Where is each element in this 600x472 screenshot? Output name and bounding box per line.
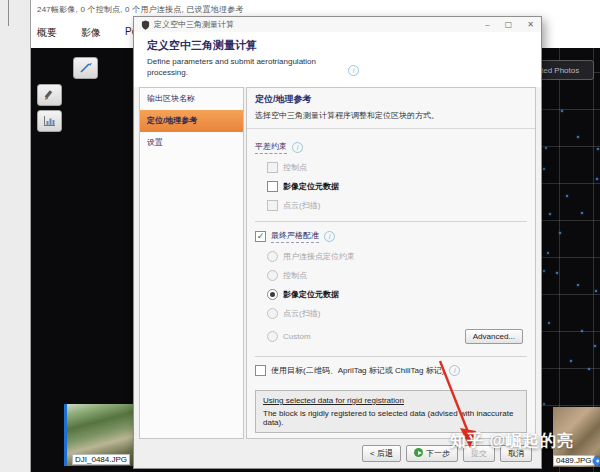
radio-icon [267, 331, 278, 342]
tab-overview[interactable]: 概要 [37, 26, 57, 40]
checkbox-point-cloud-scan[interactable]: ✓ 点云(扫描) [267, 200, 527, 211]
panel-content: 平差约束 i ✓ 控制点 ✓ 影像定位元数据 ✓ 点云(扫描) [247, 129, 535, 433]
checkbox-photo-positioning-metadata[interactable]: ✓ 影像定位元数据 [267, 181, 527, 192]
close-icon[interactable]: ✕ [527, 21, 534, 29]
adjustment-constraints-section: 平差约束 i [255, 141, 527, 154]
info-icon: i [324, 231, 335, 242]
next-icon [414, 448, 423, 457]
radio-photo-positioning-metadata[interactable]: 影像定位元数据 [267, 289, 527, 300]
divider [255, 356, 527, 357]
shield-icon [141, 20, 150, 30]
back-button[interactable]: < 后退 [362, 445, 401, 462]
radio-control-points[interactable]: 控制点 [267, 270, 527, 281]
checkbox-icon: ✓ [267, 200, 278, 211]
block-status-text: 247幅影像, 0 个控制点, 0 个用户连接点, 已设置地理参考 [37, 4, 244, 15]
radio-point-cloud-scan[interactable]: 点云(扫描) [267, 308, 527, 319]
measure-tool-button[interactable] [73, 57, 98, 79]
adjustment-constraints-label: 平差约束 [255, 141, 287, 154]
measure-line-icon [79, 62, 93, 74]
chart-icon [43, 115, 56, 127]
step-settings[interactable]: 设置 [140, 132, 243, 154]
rigid-registration-checkbox[interactable]: ✓ [255, 231, 266, 242]
dialog-titlebar[interactable]: 定义空中三角测量计算 – ▢ ✕ [134, 17, 541, 33]
wizard-step-list: 输出区块名称 定位/地理参考 设置 [139, 87, 244, 439]
info-icon: i [292, 142, 303, 153]
radio-custom[interactable]: Custom [267, 331, 311, 342]
pencil-icon [43, 89, 56, 101]
photo-thumbnail-left[interactable]: DJI_0484.JPG [64, 404, 136, 466]
minimize-icon[interactable]: – [485, 21, 489, 29]
step-positioning-georeference[interactable]: 定位/地理参考 [140, 110, 243, 132]
divider [255, 221, 527, 222]
checkbox-icon: ✓ [267, 181, 278, 192]
panel-header: 定位/地理参考 选择空中三角测量计算程序调整和定位区块的方式。 [247, 88, 535, 129]
rigid-registration-section: ✓ 最终严格配准 i [255, 230, 527, 243]
screen: 247幅影像, 0 个控制点, 0 个用户连接点, 已设置地理参考 概要 影像 … [0, 0, 600, 472]
tab-photos[interactable]: 影像 [81, 26, 101, 40]
panel-subtitle: 选择空中三角测量计算程序调整和定位区块的方式。 [255, 110, 527, 121]
radio-icon [267, 251, 278, 262]
checkbox-icon: ✓ [267, 162, 278, 173]
custom-row: Custom Advanced... [255, 327, 523, 346]
edit-tool-button[interactable] [37, 84, 62, 106]
radio-icon [267, 308, 278, 319]
positioning-panel: 定位/地理参考 选择空中三角测量计算程序调整和定位区块的方式。 平差约束 i ✓… [246, 87, 536, 439]
watermark: 知乎 @崛起的亮 [450, 431, 574, 452]
radio-icon [267, 289, 278, 300]
checkbox-control-points[interactable]: ✓ 控制点 [267, 162, 527, 173]
advanced-button[interactable]: Advanced... [465, 329, 523, 344]
radio-icon [267, 270, 278, 281]
dialog-header: 定义空中三角测量计算 Define parameters and submit … [134, 32, 541, 87]
rigid-registration-label: 最终严格配准 [271, 230, 319, 243]
left-panel-strip [0, 0, 31, 472]
maximize-icon[interactable]: ▢ [505, 21, 513, 29]
dialog-title-small: 定义空中三角测量计算 [154, 19, 234, 30]
checkbox-icon: ✓ [255, 365, 266, 376]
thumbnail-filename-left: DJI_0484.JPG [72, 454, 130, 465]
step-output-block-name[interactable]: 输出区块名称 [140, 88, 243, 110]
radio-user-tie-points-constraint[interactable]: 用户连接点定位约束 [267, 251, 527, 262]
stats-tool-button[interactable] [37, 110, 62, 132]
dialog-title: 定义空中三角测量计算 [147, 38, 257, 53]
dialog-subtitle: Define parameters and submit aerotriangu… [147, 56, 347, 78]
thumbnail-filename-right: 0489.JPG [553, 455, 595, 466]
panel-title: 定位/地理参考 [255, 93, 527, 106]
window-controls: – ▢ ✕ [485, 21, 534, 29]
info-icon: i [348, 65, 359, 76]
